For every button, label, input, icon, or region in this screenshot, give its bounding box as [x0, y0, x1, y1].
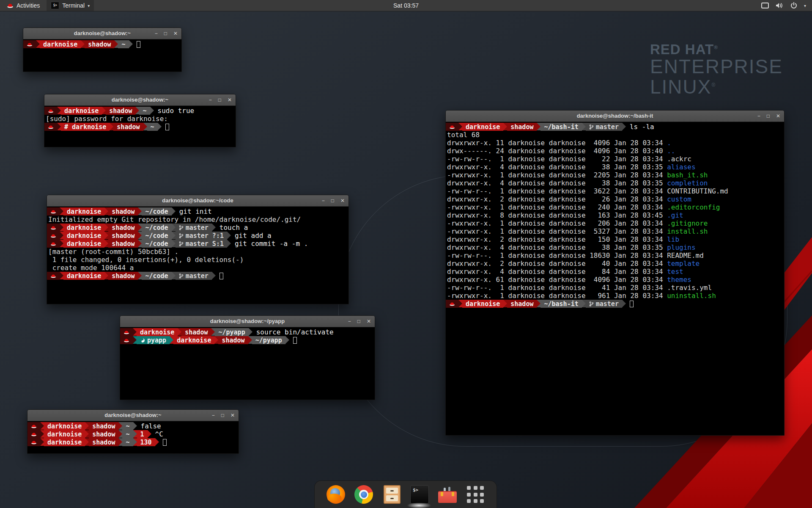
- prompt-segment: # darknoise: [61, 123, 110, 131]
- output-line: drwxrwxr-x. 2 darknoise darknoise 26 Jan…: [446, 195, 784, 203]
- powerline-separator-icon: [172, 224, 176, 231]
- powerline-separator-icon: [104, 232, 108, 239]
- output-line: drwxrwxr-x. 4 darknoise darknoise 38 Jan…: [446, 163, 784, 171]
- terminal-content[interactable]: darknoiseshadow~/pyappsource bin/activat…: [120, 327, 375, 400]
- powerline-separator-icon: [104, 272, 108, 279]
- dock-item-app-grid[interactable]: [466, 484, 485, 505]
- app-menu-terminal[interactable]: $> Terminal ▾: [47, 0, 94, 11]
- powerline-separator-icon: [172, 272, 176, 279]
- close-button[interactable]: ✕: [228, 97, 232, 102]
- dock-item-chrome[interactable]: [354, 484, 373, 505]
- terminal-cursor: [163, 439, 167, 446]
- output-text: drwxrwxr-x. 2 darknoise darknoise 26 Jan…: [447, 195, 667, 203]
- maximize-button[interactable]: □: [221, 413, 224, 418]
- powerline-separator-icon: [138, 207, 142, 215]
- dock-item-toolbox[interactable]: [438, 484, 457, 505]
- prompt-segment: shadow: [89, 422, 118, 430]
- terminal-cursor: [219, 273, 223, 279]
- window-title: darknoise@shadow:~/code: [47, 195, 348, 206]
- titlebar[interactable]: darknoise@shadow:~−□✕: [23, 28, 181, 39]
- prompt-line: pyappdarknoiseshadow~/pyapp: [120, 336, 375, 344]
- powerline-separator-icon: [114, 40, 118, 48]
- output-line: -rw-rw-r--. 1 darknoise darknoise 22 Jan…: [446, 155, 784, 163]
- close-button[interactable]: ✕: [173, 31, 178, 36]
- output-line: drwxrwxr-x. 8 darknoise darknoise 163 Ja…: [446, 211, 784, 219]
- output-line: drwxrwxr-x. 4 darknoise darknoise 38 Jan…: [446, 179, 784, 187]
- prompt-line: darknoiseshadow~/bash-itmasterls -la: [446, 123, 784, 131]
- powerline-separator-icon: [138, 224, 142, 231]
- dock-item-firefox[interactable]: [326, 484, 346, 505]
- prompt-segment: master S:1: [176, 240, 227, 248]
- close-button[interactable]: ✕: [367, 319, 371, 324]
- close-button[interactable]: ✕: [340, 198, 345, 203]
- powerline-separator-icon: [118, 422, 122, 430]
- terminal-content[interactable]: darknoiseshadow~sudo true[sudo] password…: [44, 106, 236, 147]
- prompt-segment: shadow: [218, 336, 248, 344]
- chevron-down-icon: ▾: [804, 3, 806, 8]
- output-text: -rwxrwxr-x. 1 darknoise darknoise 2205 J…: [447, 171, 667, 179]
- clock[interactable]: Sat 03:57: [0, 2, 812, 9]
- prompt-segment: darknoise: [44, 438, 85, 446]
- prompt-line: darknoiseshadow~1^C: [27, 430, 239, 438]
- maximize-button[interactable]: □: [218, 97, 221, 102]
- prompt-segment: ~/code: [142, 232, 171, 240]
- dock-item-terminal[interactable]: $>: [410, 484, 429, 505]
- minimize-button[interactable]: −: [348, 319, 351, 324]
- maximize-button[interactable]: □: [357, 319, 360, 324]
- redhat-icon: [50, 273, 56, 278]
- titlebar[interactable]: darknoise@shadow:~/code−□✕: [47, 195, 348, 207]
- output-text: ..: [667, 147, 675, 155]
- minimize-button[interactable]: −: [209, 97, 212, 102]
- powerline-separator-icon: [135, 107, 139, 114]
- running-indicator-glow: [407, 502, 431, 508]
- prompt-segment: darknoise: [63, 207, 104, 215]
- window-controls: −□✕: [322, 195, 345, 206]
- prompt-line: darknoiseshadow~/codemaster: [47, 272, 348, 280]
- command-text: false: [141, 422, 161, 430]
- titlebar[interactable]: darknoise@shadow:~/pyapp−□✕: [120, 316, 375, 327]
- prompt-segment: shadow: [108, 272, 138, 280]
- maximize-button[interactable]: □: [767, 113, 770, 119]
- output-text: drwxrwxr-x. 2 darknoise darknoise 150 Ja…: [447, 235, 667, 243]
- prompt-segment: [44, 123, 57, 131]
- minimize-button[interactable]: −: [757, 113, 760, 119]
- prompt-segment: [120, 328, 133, 336]
- activities-button[interactable]: Activities: [3, 0, 43, 11]
- minimize-button[interactable]: −: [212, 413, 215, 418]
- redhat-icon: [27, 42, 33, 47]
- prompt-segment: shadow: [507, 300, 537, 308]
- prompt-segment: [47, 232, 60, 240]
- minimize-button[interactable]: −: [155, 31, 158, 36]
- terminal-content[interactable]: darknoiseshadow~/bash-itmasterls -latota…: [446, 122, 784, 435]
- powerline-separator-icon: [622, 123, 626, 130]
- toolbox-icon: [438, 485, 457, 504]
- redhat-icon: [48, 124, 54, 129]
- maximize-button[interactable]: □: [164, 31, 167, 36]
- dock-item-files[interactable]: [382, 484, 401, 505]
- prompt-segment: [47, 224, 60, 232]
- output-text: uninstall.sh: [667, 292, 716, 300]
- terminal-content[interactable]: darknoiseshadow~: [23, 39, 181, 72]
- terminal-content[interactable]: darknoiseshadow~/codegit initInitialized…: [47, 207, 348, 304]
- system-status-area[interactable]: ▾: [761, 2, 812, 9]
- terminal-content[interactable]: darknoiseshadow~falsedarknoiseshadow~1^C…: [27, 421, 239, 453]
- prompt-segment: darknoise: [63, 272, 104, 280]
- branch-icon: [179, 225, 184, 231]
- window-controls: −□✕: [348, 316, 371, 327]
- terminal-icon: $>: [410, 485, 429, 504]
- prompt-segment: [27, 438, 40, 446]
- powerline-separator-icon: [158, 123, 162, 130]
- branch-icon: [179, 241, 184, 247]
- minimize-button[interactable]: −: [322, 198, 325, 203]
- titlebar[interactable]: darknoise@shadow:~−□✕: [44, 94, 236, 106]
- close-button[interactable]: ✕: [230, 413, 235, 418]
- window-title: darknoise@shadow:~/pyapp: [120, 316, 375, 327]
- titlebar[interactable]: darknoise@shadow:~−□✕: [27, 410, 239, 421]
- prompt-segment: shadow: [507, 123, 537, 131]
- powerline-separator-icon: [155, 438, 159, 446]
- command-text: ls -la: [630, 123, 654, 131]
- close-button[interactable]: ✕: [776, 113, 780, 119]
- terminal-window-sudo: darknoise@shadow:~−□✕darknoiseshadow~sud…: [44, 94, 236, 147]
- maximize-button[interactable]: □: [331, 198, 334, 203]
- titlebar[interactable]: darknoise@shadow:~/bash-it−□✕: [446, 110, 784, 122]
